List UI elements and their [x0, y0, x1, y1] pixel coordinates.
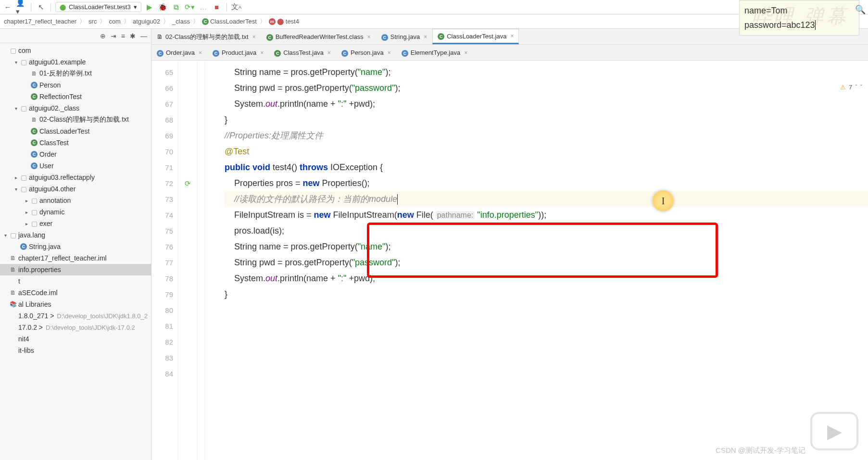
editor-tab[interactable]: CPerson.java×: [336, 45, 396, 60]
code-line[interactable]: System.out.println(name + ":" +pwd);: [225, 271, 868, 286]
code-line[interactable]: FileInputStream is = new FileInputStream…: [225, 207, 868, 223]
close-icon[interactable]: ×: [424, 34, 427, 40]
chevron-icon[interactable]: ▾: [13, 60, 19, 65]
search-icon[interactable]: 🔍: [855, 2, 866, 17]
tree-node[interactable]: CReflectionTest: [0, 91, 151, 102]
editor-tab[interactable]: 🗎02-Class的理解与类的加载.txt×: [151, 29, 261, 44]
chevron-icon[interactable]: ▾: [13, 186, 19, 192]
chevron-icon[interactable]: ▸: [23, 221, 30, 226]
debug-icon[interactable]: 🐞: [158, 2, 168, 12]
code-line[interactable]: String pwd = pros.getProperty("password"…: [225, 255, 868, 271]
expand-icon[interactable]: ≡: [121, 32, 125, 40]
code-content[interactable]: String name = pros.getProperty("name"); …: [205, 61, 868, 460]
tree-node[interactable]: 🗎chapter17_reflect_teacher.iml: [0, 252, 151, 264]
tree-node[interactable]: 17.0.2 >D:\develop_tools\JDK\jdk-17.0.2: [0, 322, 151, 333]
tree-node[interactable]: 🗎aSECode.iml: [0, 287, 151, 298]
tree-node[interactable]: ▸▢atguigu03.reflectapply: [0, 172, 151, 183]
tree-node[interactable]: t: [0, 275, 151, 287]
tree-node[interactable]: ▸▢dynamic: [0, 206, 151, 218]
tree-node[interactable]: ▾▢atguigu01.example: [0, 56, 151, 68]
tree-node[interactable]: ▾▢java.lang: [0, 229, 151, 241]
tree-node[interactable]: ▾▢atguigu02._class: [0, 102, 151, 114]
translate-icon[interactable]: 文A: [231, 2, 242, 12]
code-line[interactable]: System.out.println(name + ":" +pwd);: [225, 96, 868, 112]
next-icon[interactable]: ˇ: [860, 84, 862, 91]
tree-node[interactable]: 1.8.0_271 >D:\develop_tools\JDK\jdk1.8.0…: [0, 310, 151, 322]
close-icon[interactable]: ×: [199, 50, 202, 56]
close-icon[interactable]: ×: [464, 50, 467, 56]
chevron-icon[interactable]: ▸: [13, 175, 19, 180]
editor-tab[interactable]: CBufferedReaderWriterTest.class×: [261, 29, 376, 44]
tree-node[interactable]: 📚al Libraries: [0, 298, 151, 310]
code-line[interactable]: String name = pros.getProperty("name");: [225, 64, 868, 80]
prev-icon[interactable]: ˆ: [855, 84, 857, 91]
editor-tab[interactable]: COrder.java×: [151, 45, 207, 60]
chevron-icon[interactable]: ▸: [23, 198, 30, 203]
editor-tab[interactable]: CClassLoaderTest.java×: [432, 29, 519, 44]
editor-tab[interactable]: CElementType.java×: [396, 45, 473, 60]
editor-tab[interactable]: CProduct.java×: [207, 45, 269, 60]
chevron-icon[interactable]: ▸: [23, 210, 30, 215]
attach-icon[interactable]: …: [198, 2, 209, 12]
code-line[interactable]: }: [225, 286, 868, 302]
breadcrumb-item[interactable]: CClassLoaderTest: [202, 18, 257, 25]
stop-icon[interactable]: ■: [212, 2, 222, 12]
tree-node[interactable]: CClassTest: [0, 137, 151, 149]
locate-icon[interactable]: ⊕: [100, 32, 106, 40]
tree-node[interactable]: 🗎info.properties: [0, 264, 151, 275]
chevron-icon[interactable]: ▾: [2, 233, 9, 238]
close-icon[interactable]: ×: [327, 50, 331, 56]
hide-icon[interactable]: —: [140, 32, 147, 40]
close-icon[interactable]: ×: [388, 50, 391, 56]
tree-node[interactable]: ▸▢annotation: [0, 195, 151, 206]
close-icon[interactable]: ×: [260, 50, 264, 56]
inspection-badges[interactable]: ⚠ 7 ˆ ˇ: [840, 84, 862, 91]
code-line[interactable]: //Properties:处理属性文件: [225, 128, 868, 144]
tree-node[interactable]: ▸▢exer: [0, 218, 151, 229]
undo-icon[interactable]: ↖: [36, 2, 46, 12]
tree-node[interactable]: CClassLoaderTest: [0, 125, 151, 137]
user-icon[interactable]: 👤▾: [16, 2, 26, 12]
run-icon[interactable]: ▶: [144, 2, 155, 12]
run-gutter-icon[interactable]: ⟳: [185, 179, 191, 187]
settings-icon[interactable]: ✱: [130, 32, 136, 40]
run-config-dropdown[interactable]: ⬤ ClassLoaderTest.test3 ▾: [55, 2, 141, 12]
breadcrumb-item[interactable]: m⬤ test4: [269, 18, 299, 25]
project-tree[interactable]: ▢com▾▢atguigu01.example🗎01-反射的举例.txtCPer…: [0, 43, 151, 460]
editor-tab[interactable]: CString.java×: [376, 29, 432, 44]
close-icon[interactable]: ×: [510, 33, 514, 39]
tree-node[interactable]: ▢com: [0, 45, 151, 56]
breadcrumb-item[interactable]: src: [88, 18, 97, 25]
code-line[interactable]: @Test: [225, 144, 868, 160]
tree-node[interactable]: COrder: [0, 149, 151, 160]
close-icon[interactable]: ×: [367, 34, 371, 40]
code-line[interactable]: pros.load(is);: [225, 223, 868, 239]
collapse-icon[interactable]: ⇥: [111, 32, 116, 40]
tree-node[interactable]: 🗎01-反射的举例.txt: [0, 68, 151, 79]
code-line[interactable]: Properties pros = new Properties();: [225, 175, 868, 191]
breadcrumb-item[interactable]: com: [109, 18, 121, 25]
code-line[interactable]: }: [225, 112, 868, 128]
close-icon[interactable]: ×: [252, 34, 256, 40]
breadcrumb-item[interactable]: _class: [172, 18, 190, 25]
code-line[interactable]: //读取的文件的默认路径为：当前的module: [225, 191, 868, 207]
code-line[interactable]: String pwd = pros.getProperty("password"…: [225, 80, 868, 96]
tree-node[interactable]: it-libs: [0, 345, 151, 356]
play-watermark-icon: ▶: [810, 412, 858, 450]
properties-preview-popup: name=Tom password=abc123 🔍: [739, 0, 859, 36]
coverage-icon[interactable]: ⧉: [171, 2, 182, 12]
editor-tab[interactable]: CClassTest.java×: [269, 45, 336, 60]
code-line[interactable]: public void test4() throws IOException {: [225, 160, 868, 175]
tree-node[interactable]: ▾▢atguigu04.other: [0, 183, 151, 195]
breadcrumb-item[interactable]: chapter17_reflect_teacher: [4, 18, 76, 25]
back-icon[interactable]: ←: [2, 2, 13, 12]
tree-node[interactable]: CUser: [0, 160, 151, 172]
chevron-icon[interactable]: ▾: [13, 106, 19, 111]
tree-node[interactable]: 🗎02-Class的理解与类的加载.txt: [0, 114, 151, 125]
breadcrumb-item[interactable]: atguigu02: [133, 18, 160, 25]
tree-node[interactable]: nit4: [0, 333, 151, 345]
profile-icon[interactable]: ⟳▾: [185, 2, 195, 12]
tree-node[interactable]: CString.java: [0, 241, 151, 252]
tree-node[interactable]: CPerson: [0, 79, 151, 91]
code-line[interactable]: String name = pros.getProperty("name");: [225, 239, 868, 255]
